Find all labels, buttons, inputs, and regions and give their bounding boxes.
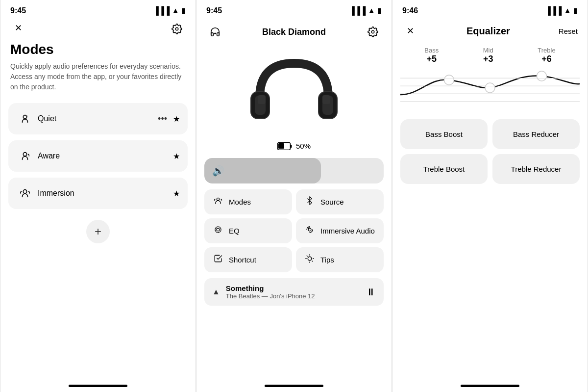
svg-rect-12 [322,95,330,104]
svg-point-4 [23,190,26,193]
settings-button-1[interactable] [168,20,186,38]
eq-preset-grid: Bass Boost Bass Reducer Treble Boost Tre… [400,119,580,184]
headphone-status-icon [206,23,224,41]
track-subtitle: The Beatles — Jon's iPhone 12 [226,292,360,300]
eq-mid-label: Mid [483,47,493,54]
modes-button-label: Modes [229,198,251,206]
pause-button[interactable]: ⏸ [366,287,376,298]
tips-button[interactable]: Tips [296,247,384,272]
equalizer-panel: 9:46 ▐▐▐ ▲ ▮ ✕ Equalizer Reset Bass +5 M… [392,0,588,392]
star-button-quiet[interactable]: ★ [173,114,180,124]
volume-fill: 🔊 [204,158,321,183]
home-indicator-2 [265,385,323,387]
battery-row: 50% [196,140,392,155]
eq-grid-line-1 [400,78,580,78]
treble-boost-button[interactable]: Treble Boost [400,154,488,184]
signal-icon-3: ▐▐▐ [545,6,562,15]
wifi-icon-3: ▲ [564,6,571,15]
wifi-icon-2: ▲ [368,6,375,15]
eq-band-treble: Treble +6 [538,47,555,64]
eq-mid-value: +3 [483,54,493,64]
signal-icon-1: ▐▐▐ [153,6,170,15]
eq-bass-value: +5 [424,54,439,64]
svg-point-16 [217,198,219,200]
signal-icon-2: ▐▐▐ [349,6,366,15]
battery-icon-1: ▮ [181,6,186,15]
home-indicator-1 [69,385,127,387]
svg-point-1 [23,115,26,119]
eq-button[interactable]: EQ [204,218,292,243]
shortcut-button[interactable]: Shortcut [204,247,292,272]
eq-button-label: EQ [229,227,240,235]
gear-icon-1 [172,24,182,34]
add-mode-button[interactable]: + [86,220,110,243]
mode-item-immersion[interactable]: Immersion ★ [8,178,188,209]
mode-item-quiet[interactable]: Quiet ••• ★ [8,103,188,134]
eq-treble-label: Treble [538,47,555,54]
eq-bass-label: Bass [424,47,439,54]
treble-reducer-button[interactable]: Treble Reducer [492,154,580,184]
mode-label-immersion: Immersion [38,189,173,198]
device-panel: 9:45 ▐▐▐ ▲ ▮ Black Diamond [196,0,392,392]
immersion-icon [16,184,34,202]
bass-reducer-button[interactable]: Bass Reducer [492,119,580,149]
svg-point-20 [308,257,312,261]
feature-grid: Modes Source EQ [204,189,384,272]
mode-actions-immersion: ★ [173,189,180,198]
battery-icon-3: ▮ [573,6,578,15]
mode-item-aware[interactable]: Aware ★ [8,140,188,172]
status-bar-1: 9:45 ▐▐▐ ▲ ▮ [0,0,196,18]
status-icons-3: ▐▐▐ ▲ ▮ [545,6,578,15]
modes-button[interactable]: Modes [204,189,292,214]
svg-line-23 [307,256,307,256]
source-button[interactable]: Source [296,189,384,214]
device-settings-button[interactable] [364,23,382,41]
star-button-aware[interactable]: ★ [173,152,180,161]
mode-label-aware: Aware [38,152,173,160]
eq-header: ✕ Equalizer Reset [392,18,588,42]
svg-point-0 [175,27,178,30]
immersive-button[interactable]: Immersive Audio [296,218,384,243]
status-time-1: 9:45 [10,6,26,15]
eq-treble-value: +6 [538,54,555,64]
now-playing-bar[interactable]: ▲ Something The Beatles — Jon's iPhone 1… [204,278,384,306]
svg-rect-14 [290,145,292,148]
svg-line-24 [312,261,313,261]
bluetooth-icon [304,196,316,208]
device-header: Black Diamond [196,18,392,44]
eq-grid-line-4 [400,102,580,102]
svg-point-17 [217,228,220,231]
panel1-top-row: ✕ [0,18,196,38]
status-bar-3: 9:46 ▐▐▐ ▲ ▮ [392,0,588,18]
svg-rect-11 [258,95,266,104]
star-button-immersion[interactable]: ★ [173,189,180,198]
immersive-button-label: Immersive Audio [320,227,375,235]
modes-panel: 9:45 ▐▐▐ ▲ ▮ ✕ Modes Quickly apply audio… [0,0,196,392]
modes-title: Modes [0,38,196,59]
svg-rect-15 [278,143,284,149]
svg-rect-5 [214,33,216,34]
tips-icon [304,254,316,265]
mode-actions-aware: ★ [173,152,180,161]
status-bar-2: 9:45 ▐▐▐ ▲ ▮ [196,0,392,18]
eq-title: Equalizer [466,26,510,37]
aware-icon [16,147,34,165]
eq-icon [212,225,224,236]
reset-button[interactable]: Reset [559,27,578,35]
now-playing-info: Something The Beatles — Jon's iPhone 12 [226,284,360,300]
expand-chevron: ▲ [212,287,220,296]
volume-slider[interactable]: 🔊 [204,158,384,183]
eq-grid-line-2 [400,86,580,86]
svg-point-18 [215,227,221,233]
status-icons-1: ▐▐▐ ▲ ▮ [153,6,186,15]
device-name: Black Diamond [262,27,326,37]
close-button-3[interactable]: ✕ [402,23,418,39]
dots-button-quiet[interactable]: ••• [158,114,167,124]
home-indicator-3 [461,385,519,387]
battery-icon-2: ▮ [377,6,382,15]
bass-boost-button[interactable]: Bass Boost [400,119,488,149]
modes-icon [212,196,224,208]
mode-actions-quiet: ••• ★ [158,114,180,124]
status-icons-2: ▐▐▐ ▲ ▮ [349,6,382,15]
close-button-1[interactable]: ✕ [10,20,26,36]
